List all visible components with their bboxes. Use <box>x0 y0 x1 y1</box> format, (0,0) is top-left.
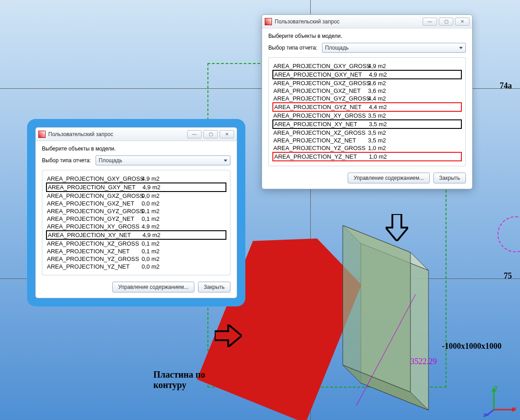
result-value: 4,9 m2 <box>369 71 396 78</box>
result-value: 4,4 m2 <box>368 95 395 102</box>
user-query-dialog-1: Пользовательский запрос — ▢ ✕ Выберите о… <box>35 127 237 298</box>
result-value: 3,5 m2 <box>368 137 395 144</box>
result-key: AREA_PROJECTION_XY_NET <box>274 121 369 128</box>
result-key: AREA_PROJECTION_YZ_GROSS <box>273 145 368 151</box>
maximize-button[interactable]: ▢ <box>203 130 218 138</box>
result-value: 3,5 m2 <box>368 129 395 136</box>
result-key: AREA_PROJECTION_GYZ_NET <box>47 215 142 222</box>
result-key: AREA_PROJECTION_GXZ_NET <box>47 200 142 207</box>
result-value: 3,5 m2 <box>369 121 396 128</box>
result-row: AREA_PROJECTION_GYZ_NET0,1 m2 <box>46 215 226 223</box>
svg-marker-4 <box>215 324 242 347</box>
result-key: AREA_PROJECTION_GXY_GROSS <box>273 63 368 69</box>
result-value: 4,9 m2 <box>368 63 395 69</box>
result-key: AREA_PROJECTION_GXY_NET <box>274 71 369 78</box>
result-key: AREA_PROJECTION_XZ_NET <box>273 137 368 144</box>
report-type-select[interactable]: Площадь <box>322 43 466 53</box>
result-key: AREA_PROJECTION_XY_NET <box>48 232 143 238</box>
result-row: AREA_PROJECTION_GXY_GROSS4,9 m2 <box>272 62 462 70</box>
report-type-value: Площадь <box>99 157 122 164</box>
result-row: AREA_PROJECTION_XZ_GROSS0,1 m2 <box>46 240 226 247</box>
manage-content-button[interactable]: Управление содержанием... <box>348 173 430 183</box>
axis-x-label: x <box>513 406 516 412</box>
result-value: 0,0 m2 <box>142 256 169 262</box>
result-value: 0,1 m2 <box>142 208 169 215</box>
results-list-2: AREA_PROJECTION_GXY_GROSS4,9 m2AREA_PROJ… <box>272 62 462 161</box>
result-value: 4,9 m2 <box>143 184 170 191</box>
result-row: AREA_PROJECTION_GYZ_GROSS0,1 m2 <box>46 207 226 215</box>
chevron-down-icon <box>224 160 227 162</box>
maximize-button[interactable]: ▢ <box>439 18 453 26</box>
result-value: 4,4 m2 <box>369 104 396 110</box>
green-box-object[interactable] <box>316 225 469 420</box>
grid-label-74a: 74а <box>500 81 512 91</box>
dimension-value: 3522.29 <box>410 357 437 366</box>
result-key: AREA_PROJECTION_YZ_GROSS <box>47 256 142 262</box>
result-key: AREA_PROJECTION_XZ_GROSS <box>47 240 142 247</box>
result-key: AREA_PROJECTION_XZ_NET <box>47 248 142 255</box>
results-list-1: AREA_PROJECTION_GXY_GROSS4,9 m2AREA_PROJ… <box>46 175 226 270</box>
report-type-label: Выбор типа отчета: <box>268 45 318 51</box>
report-type-select[interactable]: Площадь <box>96 155 230 165</box>
close-button[interactable]: Закрыть <box>433 173 466 183</box>
result-key: AREA_PROJECTION_XZ_GROSS <box>273 129 368 136</box>
result-value: 4,9 m2 <box>142 175 169 182</box>
result-key: AREA_PROJECTION_GYZ_GROSS <box>273 95 368 102</box>
result-row: AREA_PROJECTION_GXY_NET4,9 m2 <box>272 70 462 79</box>
minimize-button[interactable]: — <box>423 18 437 26</box>
report-type-value: Площадь <box>325 45 349 51</box>
svg-line-10 <box>487 410 494 415</box>
close-button[interactable]: Закрыть <box>198 282 230 292</box>
result-key: AREA_PROJECTION_YZ_NET <box>47 263 142 270</box>
manage-content-button[interactable]: Управление содержанием... <box>112 282 194 292</box>
arrow-right-to-plate <box>215 324 242 347</box>
results-group: AREA_PROJECTION_GXY_GROSS4,9 m2AREA_PROJ… <box>42 170 230 275</box>
magenta-circle-marker <box>497 216 520 252</box>
result-value: 0,0 m2 <box>142 200 169 207</box>
result-row: AREA_PROJECTION_GXZ_GROSS3,6 m2 <box>272 79 462 87</box>
result-key: AREA_PROJECTION_XY_GROSS <box>47 223 142 230</box>
result-value: 0,1 m2 <box>142 240 169 247</box>
report-type-label: Выбор типа отчета: <box>42 157 91 164</box>
result-row: AREA_PROJECTION_YZ_NET0,0 m2 <box>46 263 226 270</box>
result-row: AREA_PROJECTION_YZ_NET1,0 m2 <box>272 152 462 161</box>
result-key: AREA_PROJECTION_XY_GROSS <box>273 112 368 119</box>
result-row: AREA_PROJECTION_YZ_GROSS0,0 m2 <box>46 255 226 263</box>
result-value: 0,1 m2 <box>142 248 169 255</box>
close-window-button[interactable]: ✕ <box>220 130 234 138</box>
result-row: AREA_PROJECTION_XZ_NET3,5 m2 <box>272 137 462 144</box>
result-key: AREA_PROJECTION_GXY_NET <box>48 184 143 191</box>
result-key: AREA_PROJECTION_GYZ_NET <box>274 104 369 110</box>
arrow-down-to-box <box>386 214 408 241</box>
result-value: 1,0 m2 <box>368 145 395 151</box>
result-row: AREA_PROJECTION_XY_NET4,9 m2 <box>46 230 226 240</box>
result-key: AREA_PROJECTION_GXZ_NET <box>273 87 368 94</box>
result-row: AREA_PROJECTION_XY_NET3,5 m2 <box>272 119 462 129</box>
axis-y-label: y <box>495 384 498 390</box>
result-key: AREA_PROJECTION_GXZ_GROSS <box>47 192 142 199</box>
instruction-text: Выберите объекты в модели. <box>42 146 230 152</box>
result-row: AREA_PROJECTION_GXY_NET4,9 m2 <box>46 183 226 192</box>
svg-marker-5 <box>386 214 408 241</box>
chevron-down-icon <box>459 47 463 49</box>
grid-label-75: 75 <box>504 271 512 281</box>
result-key: AREA_PROJECTION_GXZ_GROSS <box>273 80 368 87</box>
dialog-title: Пользовательский запрос <box>275 18 421 25</box>
result-row: AREA_PROJECTION_GXZ_GROSS0,0 m2 <box>46 192 226 200</box>
result-value: 1,0 m2 <box>369 153 396 160</box>
result-value: 3,6 m2 <box>368 80 395 87</box>
titlebar[interactable]: Пользовательский запрос — ▢ ✕ <box>36 128 237 141</box>
box-dims-label: -1000х1000х1000 <box>442 342 502 351</box>
result-key: AREA_PROJECTION_GYZ_GROSS <box>47 208 142 215</box>
dialog-title: Пользовательский запрос <box>48 131 185 137</box>
app-icon <box>38 131 46 138</box>
result-row: AREA_PROJECTION_XY_GROSS3,5 m2 <box>272 112 462 119</box>
result-value: 3,5 m2 <box>368 112 395 119</box>
instruction-text: Выберите объекты в модели. <box>268 33 466 39</box>
results-group: AREA_PROJECTION_GXY_GROSS4,9 m2AREA_PROJ… <box>268 57 466 166</box>
minimize-button[interactable]: — <box>187 130 202 138</box>
result-row: AREA_PROJECTION_XY_GROSS4,9 m2 <box>46 223 226 230</box>
plate-label: Пластина по контуру <box>153 370 205 390</box>
titlebar[interactable]: Пользовательский запрос — ▢ ✕ <box>262 15 472 28</box>
close-window-button[interactable]: ✕ <box>455 18 469 26</box>
